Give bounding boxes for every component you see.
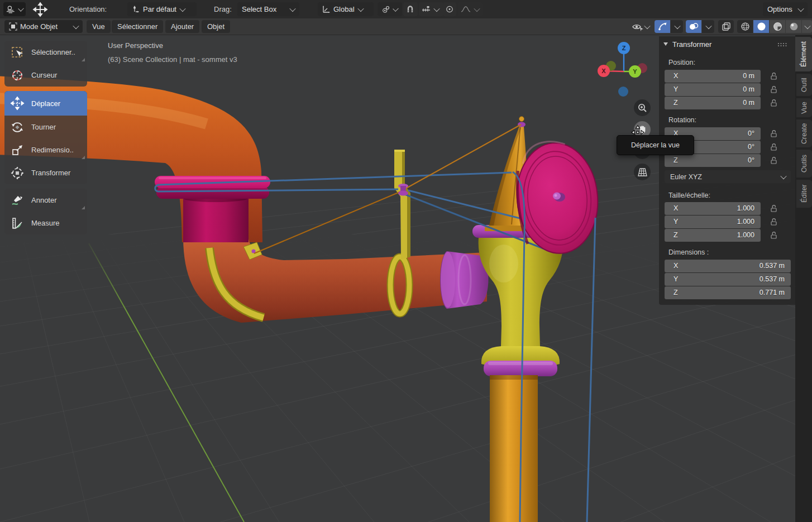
axis-x-label: X (601, 68, 606, 74)
position-z-field[interactable]: Z0 m (665, 97, 761, 109)
select-box-icon (9, 44, 26, 61)
gizmos-dropdown[interactable] (671, 20, 683, 33)
scale-x-field[interactable]: X1.000 (665, 202, 761, 215)
xray-icon (722, 22, 731, 31)
base-ring-highlight (488, 362, 553, 365)
xray-toggle[interactable] (718, 20, 734, 33)
eye-icon (632, 22, 644, 31)
tab-outils[interactable]: Outils (796, 150, 812, 178)
chevron-down-icon (644, 22, 650, 28)
dimension-x-field[interactable]: X0.537 m (665, 260, 791, 272)
overlays-toggle[interactable] (686, 20, 701, 33)
navigation-gizmo[interactable]: X Y Z (590, 36, 657, 103)
panel-title: Transformer (672, 40, 711, 49)
panel-header[interactable]: Transformer (659, 36, 795, 52)
mode-dropdown[interactable]: Mode Objet (4, 20, 83, 33)
overlays-dropdown[interactable] (702, 20, 714, 33)
lock-icon[interactable] (770, 143, 777, 151)
drag-grip-icon[interactable] (777, 42, 787, 47)
lock-icon[interactable] (770, 86, 777, 93)
chevron-down-icon (804, 22, 810, 28)
orientation-dropdown[interactable]: Par défaut (127, 2, 197, 16)
tool-measure[interactable]: Measure (4, 212, 87, 234)
annotate-pen-icon (9, 192, 26, 209)
menu-ajouter[interactable]: Ajouter (165, 20, 199, 33)
menu-objet[interactable]: Objet (202, 20, 230, 33)
viewport-editor-icon (6, 4, 15, 14)
tab-vue[interactable]: Vue (796, 98, 812, 117)
tab-outil[interactable]: Outil (796, 74, 812, 96)
perspective-toggle-button[interactable] (634, 164, 651, 180)
tooltip-text: Déplacer la vue (631, 141, 680, 149)
menu-vue[interactable]: Vue (87, 20, 111, 33)
falloff-dropdown[interactable] (458, 2, 483, 16)
shading-material-button[interactable] (770, 20, 785, 33)
tab-editer[interactable]: Éditer (796, 180, 812, 208)
pivot-point-dropdown[interactable] (378, 2, 402, 16)
snap-toggle[interactable] (403, 2, 418, 16)
dimensions-label: Dimensions : (659, 242, 795, 259)
active-tool-move-icon (32, 1, 48, 18)
chevron-down-icon (289, 5, 295, 11)
dimension-y-field[interactable]: Y0.537 m (665, 273, 791, 286)
tool-label: Redimensio.. (31, 146, 74, 154)
pole[interactable] (490, 375, 538, 522)
editor-type-button[interactable] (3, 2, 26, 16)
chevron-down-icon (797, 5, 804, 11)
drag-dropdown[interactable]: Select Box (237, 2, 299, 16)
rotation-z-field[interactable]: Z0° (665, 154, 761, 167)
tool-rotate[interactable]: Tourner (4, 116, 87, 138)
tool-select-box[interactable]: Sélectionner.. (4, 41, 87, 64)
gizmos-toggle[interactable] (655, 20, 670, 33)
shading-dropdown[interactable] (802, 20, 812, 33)
tool-scale[interactable]: Redimensio.. (4, 138, 87, 161)
proportional-editing-toggle[interactable] (443, 2, 456, 16)
chevron-down-icon (18, 6, 24, 12)
blender-window: { "topbar": { "orientation_label": "Orie… (0, 0, 812, 522)
transform-pivot-icon (132, 5, 140, 13)
scale-y-field[interactable]: Y1.000 (665, 215, 761, 228)
tab-create[interactable]: Create (796, 119, 812, 147)
lock-icon[interactable] (770, 99, 777, 107)
menu-selectionner[interactable]: Sélectionner (112, 20, 163, 33)
position-x-field[interactable]: X0 m (665, 70, 761, 83)
flange-disc-lower-shade (156, 186, 269, 199)
lock-icon[interactable] (770, 218, 777, 226)
lock-icon[interactable] (770, 232, 777, 239)
snap-with-dropdown[interactable] (419, 2, 443, 16)
position-y-field[interactable]: Y0 m (665, 83, 761, 96)
tool-cursor[interactable]: Curseur (4, 64, 87, 87)
options-dropdown[interactable]: Options (763, 2, 808, 16)
lock-icon[interactable] (770, 205, 777, 212)
shading-rendered-button[interactable] (786, 20, 801, 33)
orientation-value: Par défaut (143, 5, 176, 13)
shading-solid-button[interactable] (753, 20, 769, 33)
lock-icon[interactable] (770, 157, 777, 164)
shading-wireframe-button[interactable] (737, 20, 753, 33)
axis-neg-z-ball[interactable] (618, 87, 628, 97)
scale-z-field[interactable]: Z1.000 (665, 229, 761, 242)
measure-icon (9, 215, 26, 232)
falloff-curve-icon (461, 6, 471, 13)
lock-icon[interactable] (770, 73, 777, 80)
tab-element[interactable]: Élément (795, 37, 812, 71)
tool-label: Déplacer (31, 99, 60, 108)
submenu-indicator (82, 58, 85, 61)
tool-annotate[interactable]: Annoter (4, 189, 87, 212)
chevron-down-icon (179, 5, 185, 11)
orientation-mode: Global (333, 5, 355, 13)
transform-orientation-dropdown[interactable]: Global (318, 2, 374, 16)
zoom-view-button[interactable] (634, 99, 651, 116)
object-visibility-dropdown[interactable] (629, 20, 652, 33)
rendered-sphere-icon (789, 22, 799, 31)
dimension-z-field[interactable]: Z0.771 m (665, 286, 791, 299)
flange-cylinder[interactable] (183, 197, 249, 242)
lock-icon[interactable] (770, 130, 777, 137)
rotation-mode-dropdown[interactable]: Euler XYZ (665, 170, 791, 183)
tool-move[interactable]: Déplacer (4, 91, 87, 116)
coupling-rim (441, 252, 455, 308)
tool-label: Annoter (31, 196, 57, 204)
tool-transform[interactable]: Transformer (4, 161, 87, 184)
global-orientation-icon (322, 5, 331, 13)
panel-collapse-triangle-icon[interactable] (663, 42, 668, 46)
